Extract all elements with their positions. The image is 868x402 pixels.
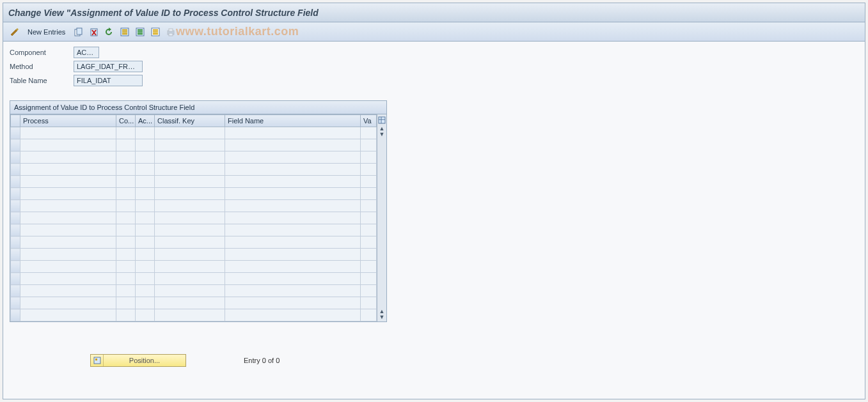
cell[interactable] xyxy=(361,127,377,139)
cell[interactable] xyxy=(20,236,116,249)
cell[interactable] xyxy=(155,164,225,176)
cell[interactable] xyxy=(361,261,377,273)
cell[interactable] xyxy=(155,309,225,321)
row-selector[interactable] xyxy=(11,297,20,309)
cell[interactable] xyxy=(225,249,361,261)
cell[interactable] xyxy=(225,236,361,249)
row-selector[interactable] xyxy=(11,176,20,188)
row-selector[interactable] xyxy=(11,249,20,261)
cell[interactable] xyxy=(116,309,136,321)
table-row[interactable] xyxy=(11,261,377,273)
cell[interactable] xyxy=(361,285,377,297)
col-field-name[interactable]: Field Name xyxy=(225,115,361,127)
cell[interactable] xyxy=(136,151,155,164)
cell[interactable] xyxy=(361,212,377,224)
cell[interactable] xyxy=(20,249,116,261)
cell[interactable] xyxy=(136,309,155,321)
cell[interactable] xyxy=(136,200,155,212)
scroll-down2-icon[interactable]: ▼ xyxy=(379,314,385,320)
table-row[interactable] xyxy=(11,236,377,249)
cell[interactable] xyxy=(116,212,136,224)
table-row[interactable] xyxy=(11,309,377,321)
cell[interactable] xyxy=(225,261,361,273)
cell[interactable] xyxy=(136,236,155,249)
cell[interactable] xyxy=(361,297,377,309)
position-button[interactable]: Position... xyxy=(90,354,186,367)
delete-icon[interactable] xyxy=(88,26,100,38)
table-row[interactable] xyxy=(11,224,377,236)
cell[interactable] xyxy=(225,224,361,236)
table-row[interactable] xyxy=(11,200,377,212)
select-all-icon[interactable] xyxy=(119,26,130,38)
row-selector-header[interactable] xyxy=(11,115,20,127)
cell[interactable] xyxy=(20,139,116,151)
cell[interactable] xyxy=(20,273,116,285)
cell[interactable] xyxy=(116,164,136,176)
cell[interactable] xyxy=(116,273,136,285)
cell[interactable] xyxy=(225,309,361,321)
cell[interactable] xyxy=(225,151,361,164)
cell[interactable] xyxy=(136,249,155,261)
cell[interactable] xyxy=(20,127,116,139)
cell[interactable] xyxy=(136,297,155,309)
cell[interactable] xyxy=(116,224,136,236)
cell[interactable] xyxy=(155,151,225,164)
cell[interactable] xyxy=(155,285,225,297)
cell[interactable] xyxy=(116,176,136,188)
cell[interactable] xyxy=(136,139,155,151)
cell[interactable] xyxy=(155,188,225,200)
cell[interactable] xyxy=(20,212,116,224)
cell[interactable] xyxy=(20,224,116,236)
row-selector[interactable] xyxy=(11,309,20,321)
row-selector[interactable] xyxy=(11,236,20,249)
cell[interactable] xyxy=(136,261,155,273)
col-va[interactable]: Va xyxy=(361,115,377,127)
cell[interactable] xyxy=(361,309,377,321)
data-grid[interactable]: Process Co... Ac... Classif. Key Field N… xyxy=(10,114,377,321)
cell[interactable] xyxy=(155,249,225,261)
cell[interactable] xyxy=(361,224,377,236)
table-row[interactable] xyxy=(11,249,377,261)
cell[interactable] xyxy=(361,188,377,200)
table-row[interactable] xyxy=(11,188,377,200)
cell[interactable] xyxy=(155,261,225,273)
table-row[interactable] xyxy=(11,176,377,188)
cell[interactable] xyxy=(155,176,225,188)
row-selector[interactable] xyxy=(11,164,20,176)
cell[interactable] xyxy=(136,212,155,224)
print-icon[interactable] xyxy=(165,26,177,38)
cell[interactable] xyxy=(225,297,361,309)
cell[interactable] xyxy=(155,273,225,285)
table-row[interactable] xyxy=(11,297,377,309)
new-entries-button[interactable]: New Entries xyxy=(24,27,69,37)
undo-change-icon[interactable] xyxy=(104,26,115,38)
cell[interactable] xyxy=(155,236,225,249)
cell[interactable] xyxy=(20,176,116,188)
toggle-display-change-icon[interactable] xyxy=(8,26,20,38)
cell[interactable] xyxy=(361,200,377,212)
cell[interactable] xyxy=(225,285,361,297)
cell[interactable] xyxy=(225,139,361,151)
table-row[interactable] xyxy=(11,285,377,297)
row-selector[interactable] xyxy=(11,127,20,139)
row-selector[interactable] xyxy=(11,151,20,164)
table-row[interactable] xyxy=(11,127,377,139)
table-row[interactable] xyxy=(11,164,377,176)
cell[interactable] xyxy=(20,309,116,321)
cell[interactable] xyxy=(136,285,155,297)
row-selector[interactable] xyxy=(11,139,20,151)
cell[interactable] xyxy=(20,261,116,273)
cell[interactable] xyxy=(361,151,377,164)
col-process[interactable]: Process xyxy=(20,115,116,127)
cell[interactable] xyxy=(20,285,116,297)
cell[interactable] xyxy=(155,200,225,212)
row-selector[interactable] xyxy=(11,212,20,224)
cell[interactable] xyxy=(155,297,225,309)
row-selector[interactable] xyxy=(11,285,20,297)
cell[interactable] xyxy=(20,151,116,164)
col-ac[interactable]: Ac... xyxy=(136,115,155,127)
cell[interactable] xyxy=(225,176,361,188)
select-block-icon[interactable] xyxy=(134,26,146,38)
cell[interactable] xyxy=(116,249,136,261)
cell[interactable] xyxy=(361,273,377,285)
